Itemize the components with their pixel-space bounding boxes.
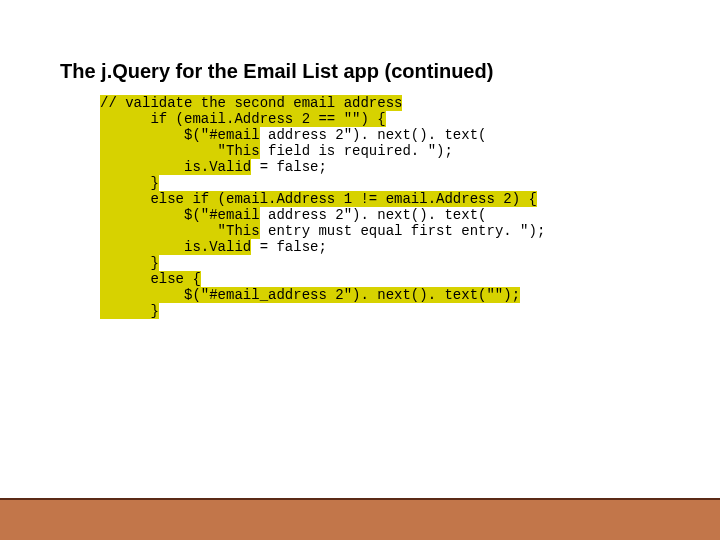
footer-bar bbox=[0, 498, 720, 540]
code-line-9b: entry must equal first entry. "); bbox=[260, 223, 546, 239]
code-line-13: $("#email_address 2"). next(). text(""); bbox=[100, 287, 520, 303]
code-line-9a: "This bbox=[100, 223, 260, 239]
code-line-14: } bbox=[100, 303, 159, 319]
code-line-5b: = false; bbox=[251, 159, 327, 175]
code-line-10a: is.Valid bbox=[100, 239, 251, 255]
slide-title: The j.Query for the Email List app (cont… bbox=[60, 60, 493, 83]
code-line-8a: $("#email bbox=[100, 207, 260, 223]
code-line-3a: $("#email bbox=[100, 127, 260, 143]
code-line-12: else { bbox=[100, 271, 201, 287]
code-line-8b: address 2"). next(). text( bbox=[260, 207, 487, 223]
code-line-5a: is.Valid bbox=[100, 159, 251, 175]
code-block: // validate the second email address if … bbox=[100, 95, 545, 319]
code-line-4b: field is required. "); bbox=[260, 143, 453, 159]
code-line-4a: "This bbox=[100, 143, 260, 159]
code-line-10b: = false; bbox=[251, 239, 327, 255]
code-line-2: if (email.Address 2 == "") { bbox=[100, 111, 386, 127]
code-line-7: else if (email.Address 1 != email.Addres… bbox=[100, 191, 537, 207]
slide: The j.Query for the Email List app (cont… bbox=[0, 0, 720, 540]
code-line-3b: address 2"). next(). text( bbox=[260, 127, 487, 143]
code-line-11: } bbox=[100, 255, 159, 271]
code-line-6: } bbox=[100, 175, 159, 191]
code-line-1: // validate the second email address bbox=[100, 95, 402, 111]
